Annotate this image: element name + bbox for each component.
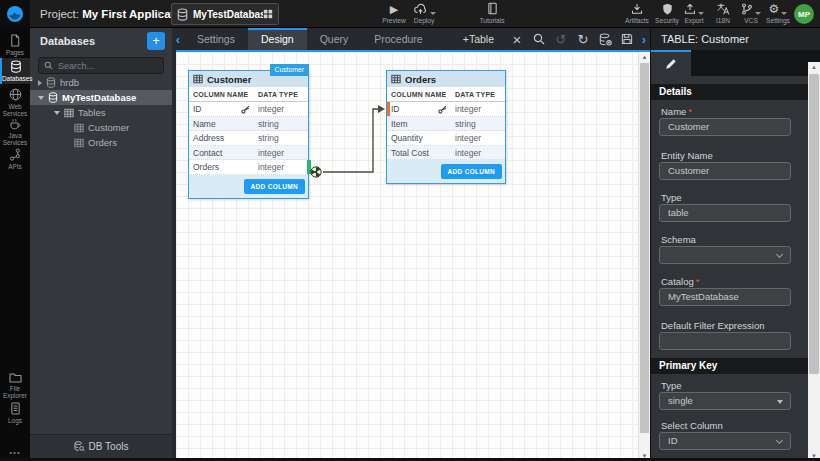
- zoom-search-icon[interactable]: [528, 28, 550, 50]
- schema-select[interactable]: [659, 246, 791, 264]
- select-column-select[interactable]: ID: [659, 432, 791, 450]
- table-row[interactable]: Quantity integer: [387, 131, 505, 146]
- add-column-button[interactable]: ADD COLUMN: [441, 164, 502, 179]
- customer-table-footer: ADD COLUMN: [189, 175, 308, 198]
- orders-rows: ID integer Item string Quantity integer …: [387, 102, 505, 160]
- tab-procedure[interactable]: Procedure: [361, 28, 435, 50]
- sidebar-item-file-explorer[interactable]: File Explorer: [0, 370, 30, 399]
- table-row[interactable]: Total Cost integer: [387, 146, 505, 161]
- pk-type-select[interactable]: single: [659, 392, 791, 410]
- undo-icon[interactable]: ↺: [550, 28, 572, 50]
- export-button[interactable]: Export: [679, 2, 709, 26]
- scrollbar-thumb[interactable]: [640, 63, 649, 433]
- chevron-down-icon: [776, 251, 783, 258]
- collapse-left-panel-icon[interactable]: ‹: [172, 32, 184, 47]
- sidebar-item-apis[interactable]: APIs: [0, 146, 30, 170]
- db-design-canvas[interactable]: Customer Customer COLUMN NAME DATA TYPE …: [176, 50, 650, 461]
- sidebar-item-databases[interactable]: Databases: [0, 58, 30, 84]
- database-icon: [46, 77, 56, 88]
- db-tools-button[interactable]: DB Tools: [30, 434, 172, 458]
- open-database-tab[interactable]: MyTestDatabase: [171, 3, 279, 25]
- caret-right-icon[interactable]: [38, 80, 42, 86]
- tree-item-orders[interactable]: Orders: [30, 135, 172, 150]
- scroll-up-icon[interactable]: ▲: [808, 62, 820, 72]
- table-row[interactable]: Name string: [189, 117, 308, 132]
- default-filter-field[interactable]: [659, 332, 791, 350]
- inspector-vertical-scrollbar[interactable]: ▲ ▼: [808, 62, 820, 461]
- tab-settings[interactable]: Settings: [184, 28, 248, 50]
- customer-table-badge: Customer: [270, 64, 309, 76]
- orders-table-header[interactable]: Orders: [387, 71, 505, 87]
- table-row[interactable]: Address string: [189, 131, 308, 146]
- search-icon: [44, 61, 53, 70]
- pk-type-field-label: Type: [661, 380, 682, 391]
- tree-item-hrdb[interactable]: hrdb: [30, 75, 172, 90]
- catalog-field[interactable]: MyTestDatabase: [659, 288, 791, 306]
- db-update-icon[interactable]: [594, 28, 616, 50]
- redo-icon[interactable]: ↻: [572, 28, 594, 50]
- entity-name-field-label: Entity Name: [661, 150, 713, 161]
- top-bar: Project: My First Application › MyTestDa…: [0, 0, 820, 28]
- tree-item-mytestdatabase[interactable]: MyTestDatabase: [30, 90, 172, 105]
- design-workspace: ‹ Settings Design Query Procedure +Table…: [172, 28, 650, 461]
- save-icon[interactable]: [616, 28, 638, 50]
- table-row-orders-fk[interactable]: Orders integer: [189, 160, 308, 175]
- translate-icon: [710, 2, 736, 15]
- table-icon: [74, 138, 84, 148]
- sidebar-item-pages[interactable]: Pages: [0, 32, 30, 56]
- type-field-label: Type: [661, 192, 682, 203]
- add-table-button[interactable]: +Table: [463, 33, 494, 45]
- canvas-vertical-scrollbar[interactable]: ▲ ▼: [638, 52, 650, 461]
- add-column-button[interactable]: ADD COLUMN: [244, 179, 305, 194]
- book-icon: [470, 2, 514, 15]
- sidebar-more-icon[interactable]: •••: [0, 448, 30, 457]
- tab-query[interactable]: Query: [307, 28, 362, 50]
- caret-down-icon[interactable]: [38, 96, 44, 100]
- chevron-down-icon: [776, 437, 783, 444]
- app-logo[interactable]: [0, 0, 30, 28]
- table-icon: [74, 123, 84, 133]
- tutorials-button[interactable]: Tutorials: [470, 2, 514, 26]
- settings-button[interactable]: ⚙ Settings: [763, 2, 793, 26]
- explorer-search[interactable]: [38, 57, 164, 74]
- entity-name-field[interactable]: Customer: [659, 162, 791, 180]
- sidebar-item-java-services[interactable]: Java Services: [0, 116, 30, 146]
- table-row[interactable]: Contact integer: [189, 146, 308, 161]
- name-field-label: Name*: [661, 106, 692, 117]
- user-avatar[interactable]: MP: [794, 4, 814, 24]
- delete-icon[interactable]: ×: [506, 28, 528, 50]
- db-tools-icon: [74, 441, 85, 452]
- table-row-id-fk-target[interactable]: ID integer: [387, 102, 505, 117]
- add-database-button[interactable]: +: [147, 32, 165, 50]
- tab-design[interactable]: Design: [248, 28, 307, 50]
- primary-key-icon: [438, 105, 447, 114]
- sidebar-item-web-services[interactable]: Web Services: [0, 86, 30, 117]
- i18n-button[interactable]: I18N: [710, 2, 736, 26]
- edit-tab[interactable]: [651, 50, 691, 76]
- sidebar-item-logs[interactable]: Logs: [0, 400, 30, 424]
- page-icon: [0, 34, 30, 47]
- grid-apps-icon[interactable]: [263, 9, 273, 19]
- vcs-button[interactable]: VCS: [737, 2, 765, 26]
- entity-table-orders[interactable]: Orders COLUMN NAME DATA TYPE ID integer …: [386, 70, 506, 184]
- deploy-button[interactable]: Deploy: [404, 2, 444, 26]
- scrollbar-thumb[interactable]: [809, 74, 819, 374]
- relation-anchor-icon[interactable]: [310, 166, 322, 178]
- caret-down-icon[interactable]: [54, 111, 60, 115]
- table-row[interactable]: Item string: [387, 117, 505, 132]
- artifacts-button[interactable]: Artifacts: [621, 2, 653, 26]
- table-row[interactable]: ID integer: [189, 102, 308, 117]
- db-tab-label: MyTestDatabase: [193, 9, 263, 20]
- name-field[interactable]: Customer: [659, 118, 791, 136]
- tree-item-tables[interactable]: Tables: [30, 105, 172, 120]
- tree-item-customer[interactable]: Customer: [30, 120, 172, 135]
- database-icon: [48, 92, 58, 103]
- entity-table-customer[interactable]: Customer Customer COLUMN NAME DATA TYPE …: [188, 70, 309, 199]
- search-input[interactable]: [58, 61, 158, 71]
- scroll-up-icon[interactable]: ▲: [639, 52, 650, 62]
- type-field[interactable]: table: [659, 204, 791, 222]
- coffee-icon: [0, 118, 30, 130]
- security-button[interactable]: Security: [652, 2, 682, 26]
- collapse-right-panel-icon[interactable]: ›: [638, 32, 650, 47]
- explorer-title: Databases: [40, 35, 147, 47]
